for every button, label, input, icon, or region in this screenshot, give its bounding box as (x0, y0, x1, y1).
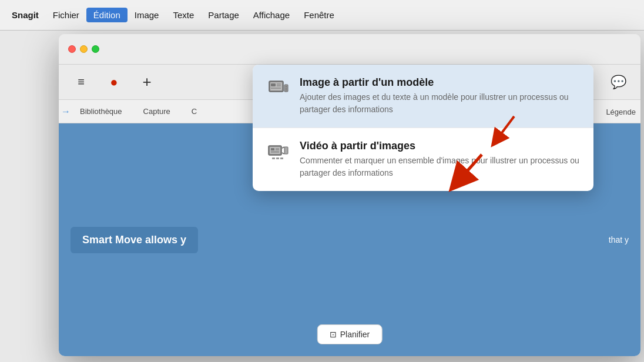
svg-rect-21 (276, 157, 279, 159)
svg-rect-14 (271, 148, 274, 150)
close-button[interactable] (68, 45, 76, 53)
svg-line-17 (282, 147, 284, 148)
maximize-button[interactable] (92, 45, 99, 53)
menubar: Snagit Fichier Édition Image Texte Parta… (0, 0, 644, 31)
menu-affichage[interactable]: Affichage (246, 8, 297, 22)
dropdown-text-image-template: Image à partir d'un modèle Ajouter des i… (300, 76, 579, 116)
dropdown-menu: Image à partir d'un modèle Ajouter des i… (253, 65, 593, 191)
svg-rect-16 (271, 151, 279, 153)
svg-line-18 (282, 153, 284, 154)
legend-label: Légende (601, 105, 640, 118)
svg-rect-20 (272, 157, 275, 159)
planifier-label: Planifier (340, 330, 370, 339)
dropdown-desc-image: Ajouter des images et du texte à un modè… (300, 91, 579, 116)
back-arrow[interactable]: → (61, 106, 71, 117)
menu-snagit[interactable]: Snagit (5, 8, 46, 22)
menu-texte[interactable]: Texte (166, 8, 201, 22)
dropdown-title-image: Image à partir d'un modèle (300, 76, 579, 89)
svg-rect-22 (280, 157, 283, 159)
dropdown-text-video: Vidéo à partir d'images Commenter et mar… (300, 140, 579, 179)
menu-fenetre[interactable]: Fenêtre (297, 8, 341, 22)
content-banner: Smart Move allows y (71, 227, 198, 253)
dropdown-title-video: Vidéo à partir d'images (300, 140, 579, 152)
tab-c[interactable]: C (182, 105, 206, 118)
minimize-button[interactable] (80, 45, 88, 53)
svg-rect-19 (284, 147, 288, 154)
dropdown-item-image-template[interactable]: Image à partir d'un modèle Ajouter des i… (253, 65, 593, 128)
content-right-text: that y (609, 235, 629, 244)
image-template-icon (267, 78, 290, 101)
app-window: ≡ ● + ★ ↖ a 💬 → Bibliothèque Capture C L… (59, 34, 640, 356)
speech-icon[interactable]: 💬 (608, 72, 629, 93)
record-icon[interactable]: ● (103, 72, 125, 93)
hamburger-icon[interactable]: ≡ (71, 72, 92, 93)
dropdown-item-video-images[interactable]: Vidéo à partir d'images Commenter et mar… (253, 128, 593, 191)
svg-rect-15 (276, 148, 279, 150)
menu-fichier[interactable]: Fichier (46, 8, 86, 22)
svg-rect-2 (271, 83, 276, 86)
video-images-icon (267, 141, 290, 165)
menu-partage[interactable]: Partage (201, 8, 246, 22)
planifier-icon: ⊡ (330, 330, 337, 339)
planifier-button[interactable]: ⊡ Planifier (317, 324, 383, 344)
dropdown-desc-video: Commenter et marquer un ensemble d'image… (300, 155, 579, 179)
traffic-lights (68, 45, 99, 53)
tab-capture[interactable]: Capture (134, 105, 180, 118)
menu-image[interactable]: Image (128, 8, 166, 22)
menu-edition[interactable]: Édition (86, 8, 128, 22)
tab-bibliotheque[interactable]: Bibliothèque (71, 105, 132, 118)
add-button[interactable]: + (136, 72, 157, 93)
titlebar (59, 34, 640, 65)
